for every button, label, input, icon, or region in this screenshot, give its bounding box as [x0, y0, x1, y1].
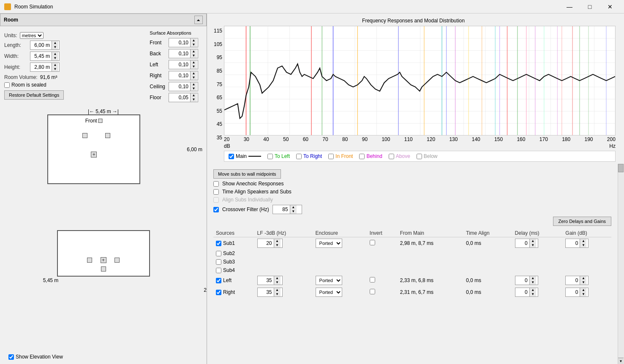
height-input[interactable]: ▲ ▼ — [30, 62, 60, 72]
legend-infront-checkbox[interactable] — [328, 154, 334, 159]
right-abs-up[interactable]: ▲ — [190, 71, 197, 76]
crossover-up[interactable]: ▲ — [290, 205, 297, 209]
legend-toright-checkbox[interactable] — [296, 154, 302, 159]
maximize-button[interactable]: □ — [580, 0, 599, 13]
align-subs-checkbox[interactable] — [213, 197, 219, 203]
move-subs-button[interactable]: Move subs to wall midpoints — [213, 169, 281, 179]
right-source-checkbox[interactable] — [216, 290, 221, 295]
legend-behind-checkbox[interactable] — [359, 154, 365, 159]
sub1-lf-input[interactable]: ▲ ▼ — [257, 239, 283, 248]
left-delay-up[interactable]: ▲ — [529, 276, 536, 280]
legend-above-checkbox[interactable] — [389, 154, 394, 159]
width-up[interactable]: ▲ — [52, 52, 58, 56]
legend-toleft-checkbox[interactable] — [267, 154, 273, 159]
length-input[interactable]: 6,00 m ▲ ▼ — [30, 41, 60, 50]
front-abs-up[interactable]: ▲ — [190, 38, 197, 43]
scrollbar[interactable]: ▼ — [618, 164, 624, 364]
left-lf-down[interactable]: ▼ — [274, 280, 281, 285]
width-input[interactable]: ▲ ▼ — [30, 52, 60, 61]
left-gain-down[interactable]: ▼ — [580, 280, 586, 285]
left-lf-input[interactable]: ▲ ▼ — [257, 276, 283, 285]
floor-abs-input[interactable]: ▲ ▼ — [169, 93, 198, 102]
sub1-gain-up[interactable]: ▲ — [580, 239, 586, 243]
close-button[interactable]: ✕ — [600, 0, 620, 13]
width-down[interactable]: ▼ — [52, 56, 58, 60]
back-abs-up[interactable]: ▲ — [190, 49, 197, 54]
left-abs-input[interactable]: ▲ ▼ — [169, 60, 198, 69]
height-up[interactable]: ▲ — [52, 63, 58, 67]
right-delay-up[interactable]: ▲ — [529, 288, 536, 292]
sub1-gain-input[interactable]: ▲ ▼ — [565, 239, 589, 248]
right-gain-up[interactable]: ▲ — [580, 288, 586, 292]
left-invert-checkbox[interactable] — [370, 277, 375, 283]
height-down[interactable]: ▼ — [52, 67, 58, 71]
back-abs-down[interactable]: ▼ — [190, 54, 197, 58]
sub1-enclosure-select[interactable]: Ported — [316, 239, 342, 248]
scrollbar-thumb[interactable] — [618, 164, 624, 172]
length-down[interactable]: ▼ — [52, 45, 58, 49]
sub3-checkbox[interactable] — [216, 259, 221, 265]
legend-main-checkbox[interactable] — [229, 154, 234, 159]
right-gain-down[interactable]: ▼ — [580, 292, 586, 296]
show-elevation-checkbox[interactable] — [8, 354, 14, 360]
right-gain-cell: ▲ ▼ — [563, 286, 611, 298]
ceiling-abs-input[interactable]: ▲ ▼ — [169, 82, 198, 91]
sub4-cell: Sub4 — [213, 266, 255, 274]
floor-abs-down[interactable]: ▼ — [190, 98, 197, 102]
crossover-checkbox[interactable] — [213, 207, 219, 212]
sub1-invert-checkbox[interactable] — [370, 240, 375, 245]
right-lf-down[interactable]: ▼ — [274, 292, 281, 296]
units-select[interactable]: metres — [20, 32, 44, 39]
sub1-delay-down[interactable]: ▼ — [529, 243, 536, 247]
controls-panel: Move subs to wall midpoints Show Anechoi… — [207, 164, 618, 364]
scrollbar-down-button[interactable]: ▼ — [618, 358, 624, 364]
zero-delays-button[interactable]: Zero Delays and Gains — [553, 217, 612, 226]
floor-abs-up[interactable]: ▲ — [190, 93, 197, 98]
left-delay-down[interactable]: ▼ — [529, 280, 536, 285]
front-abs-down[interactable]: ▼ — [190, 43, 197, 47]
left-delay-input[interactable]: ▲ ▼ — [515, 276, 538, 285]
ceiling-abs-up[interactable]: ▲ — [190, 82, 197, 87]
sub1-delay-input[interactable]: ▲ ▼ — [515, 239, 538, 248]
back-abs-input[interactable]: ▲ ▼ — [169, 49, 198, 58]
right-gain-input[interactable]: ▲ ▼ — [565, 288, 589, 297]
left-enclosure-select[interactable]: Ported — [316, 276, 342, 285]
sub1-checkbox[interactable] — [216, 241, 221, 246]
left-abs-up[interactable]: ▲ — [190, 60, 197, 65]
show-elevation-label: Show Elevation View — [16, 354, 63, 360]
right-enclosure-select[interactable]: Ported — [316, 288, 342, 297]
legend-infront: In Front — [328, 153, 353, 159]
ceiling-abs-down[interactable]: ▼ — [190, 87, 197, 91]
legend-below-checkbox[interactable] — [417, 154, 422, 159]
left-gain-input[interactable]: ▲ ▼ — [565, 276, 589, 285]
time-align-checkbox[interactable] — [213, 189, 219, 195]
minimize-button[interactable]: — — [560, 0, 579, 13]
collapse-button[interactable]: ⏶ — [194, 16, 203, 24]
left-lf-up[interactable]: ▲ — [274, 276, 281, 280]
right-abs-input[interactable]: ▲ ▼ — [169, 71, 198, 80]
sub1-delay-up[interactable]: ▲ — [529, 239, 536, 243]
left-source-checkbox[interactable] — [216, 278, 221, 283]
crossover-down[interactable]: ▼ — [290, 209, 297, 214]
show-anechoic-checkbox[interactable] — [213, 181, 219, 187]
sub1-lf-down[interactable]: ▼ — [274, 243, 281, 247]
left-abs-down[interactable]: ▼ — [190, 65, 197, 69]
restore-defaults-button[interactable]: Restore Default Settings — [4, 90, 64, 100]
right-delay-down[interactable]: ▼ — [529, 292, 536, 296]
sub1-gain-down[interactable]: ▼ — [580, 243, 586, 247]
right-lf-up[interactable]: ▲ — [274, 288, 281, 292]
crossover-input[interactable]: ▲ ▼ — [272, 205, 302, 214]
length-up[interactable]: ▲ — [52, 41, 58, 45]
sub1-lf-up[interactable]: ▲ — [274, 239, 281, 243]
front-abs-input[interactable]: ▲ ▼ — [169, 38, 198, 47]
sub4-checkbox[interactable] — [216, 268, 221, 273]
right-lf-input[interactable]: ▲ ▼ — [257, 288, 283, 297]
right-abs-down[interactable]: ▼ — [190, 76, 197, 80]
sub2-checkbox[interactable] — [216, 251, 221, 256]
right-invert-checkbox[interactable] — [370, 289, 375, 294]
left-gain-up[interactable]: ▲ — [580, 276, 586, 280]
right-delay-input[interactable]: ▲ ▼ — [515, 288, 538, 297]
sealed-checkbox[interactable] — [4, 82, 10, 88]
time-align-row: Time Align Speakers and Subs — [213, 189, 611, 195]
zero-delays-row: Zero Delays and Gains — [213, 217, 611, 226]
